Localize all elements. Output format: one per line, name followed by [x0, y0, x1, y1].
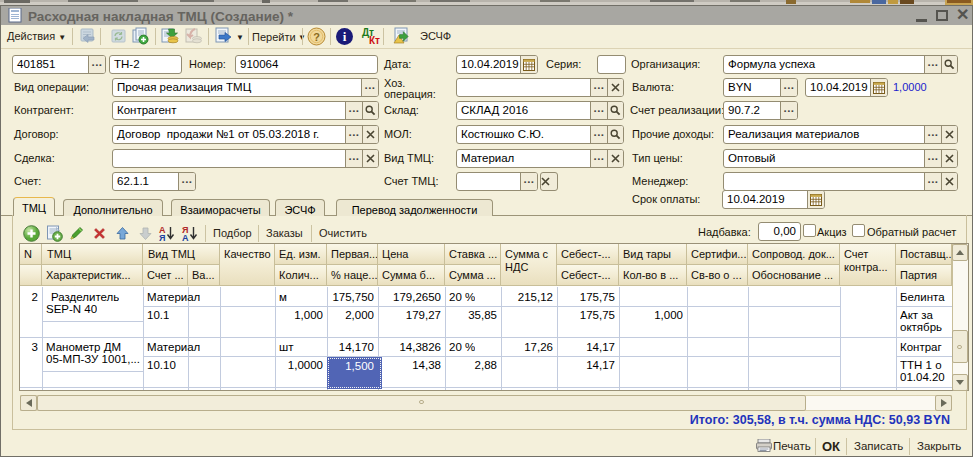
svg-text:Я: Я	[159, 233, 165, 242]
svg-text:?: ?	[313, 31, 320, 43]
svg-text:i: i	[343, 29, 347, 44]
svg-text:А: А	[182, 233, 189, 242]
